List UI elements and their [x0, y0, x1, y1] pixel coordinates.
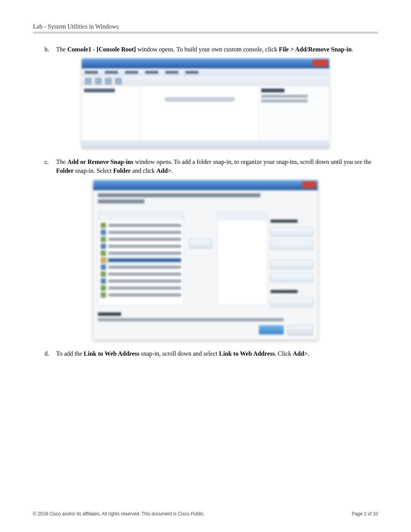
add-button[interactable] — [189, 239, 212, 248]
step-d-body: To add the Link to Web Address snap-in, … — [56, 349, 378, 358]
cancel-button[interactable] — [288, 325, 313, 335]
toolbar-button[interactable] — [95, 78, 102, 85]
step-c-bold3: Folder — [113, 167, 131, 174]
page: Lab - System Utilities in Windows b. The… — [0, 0, 411, 532]
window-titlebar — [82, 58, 329, 68]
console1-window — [82, 58, 329, 148]
list-item[interactable] — [101, 243, 181, 250]
list-item[interactable] — [101, 236, 181, 243]
actions-header — [261, 89, 284, 92]
snapin-icon — [101, 264, 106, 270]
footer-page: Page 2 of 10 — [352, 511, 378, 517]
detail-placeholder-text — [165, 97, 235, 102]
menu-view[interactable] — [125, 71, 138, 74]
folder-icon — [101, 257, 106, 263]
actions-item[interactable] — [261, 99, 308, 102]
snapin-label — [108, 293, 181, 297]
step-d: d. To add the Link to Web Address snap-i… — [45, 349, 378, 358]
step-b-bold2: File > Add/Remove Snap-in — [279, 46, 351, 53]
list-item[interactable] — [101, 285, 181, 292]
toolbar-button[interactable] — [85, 78, 92, 85]
toolbar-button[interactable] — [105, 78, 112, 85]
snapin-icon — [101, 237, 106, 242]
step-b-bold1: Console1 - [Console Root] — [67, 46, 136, 53]
move-down-button[interactable] — [271, 273, 313, 282]
list-rows — [98, 220, 183, 305]
step-b: b. The Console1 - [Console Root] window … — [45, 45, 378, 54]
toolbar-button[interactable] — [115, 78, 122, 85]
dialog-right-buttons — [271, 212, 313, 307]
selected-list-header — [217, 212, 267, 220]
step-d-mid2: . Click — [275, 350, 293, 357]
dialog-center-buttons — [187, 212, 214, 307]
close-icon[interactable] — [302, 181, 316, 188]
available-snapins-list[interactable] — [98, 212, 184, 305]
list-item[interactable] — [101, 271, 181, 278]
step-d-mid1: snap-in, scroll down and select — [139, 350, 219, 357]
list-item[interactable] — [101, 264, 181, 271]
snapin-label — [108, 273, 181, 276]
add-remove-snapins-dialog — [93, 180, 318, 340]
menu-favorites[interactable] — [145, 71, 158, 74]
snapin-icon — [101, 230, 106, 235]
actions-pane — [259, 86, 329, 140]
step-c-bold4: Add> — [156, 167, 171, 174]
snapin-label — [108, 280, 181, 283]
tree-pane[interactable] — [82, 86, 141, 140]
page-footer: © 2018 Cisco and/or its affiliates. All … — [33, 511, 378, 517]
status-bar — [82, 140, 329, 148]
selected-snapins-list[interactable] — [217, 212, 267, 305]
footer-copyright: © 2018 Cisco and/or its affiliates. All … — [33, 511, 205, 517]
dialog-middle — [93, 209, 318, 310]
list-item[interactable] — [101, 229, 181, 236]
remove-button[interactable] — [271, 240, 313, 250]
console-root-node[interactable] — [84, 89, 115, 92]
edit-extensions-label — [271, 220, 298, 223]
snapin-icon — [101, 292, 106, 298]
list-item[interactable] — [101, 292, 181, 298]
advanced-label — [271, 290, 298, 293]
instruction-line — [98, 193, 260, 197]
step-b-letter: b. — [45, 45, 56, 54]
step-d-pre: To add the — [56, 350, 84, 357]
menu-bar[interactable] — [82, 68, 329, 76]
step-b-mid: window opens. To build your own custom c… — [136, 46, 279, 53]
instruction-line — [98, 200, 144, 203]
menu-action[interactable] — [105, 71, 118, 74]
menu-help[interactable] — [185, 71, 199, 74]
ok-button[interactable] — [259, 325, 284, 334]
list-item-folder-selected[interactable] — [101, 257, 181, 264]
snapin-icon — [101, 244, 106, 249]
list-item[interactable] — [101, 278, 181, 285]
description-heading — [98, 312, 121, 316]
snapin-label — [108, 224, 181, 227]
step-b-pre: The — [56, 46, 67, 53]
step-c-mid2: snap-in. Select — [74, 167, 113, 174]
close-icon[interactable] — [312, 60, 328, 66]
step-d-bold3: Add> — [293, 350, 308, 357]
edit-extensions-button[interactable] — [271, 227, 313, 237]
snapin-label — [108, 231, 181, 234]
dialog-footer — [93, 325, 318, 340]
snapin-label — [108, 259, 181, 262]
step-c-bold1: Add or Remove Snap-ins — [67, 159, 134, 165]
step-d-bold1: Link to Web Address — [84, 350, 139, 357]
list-item[interactable] — [101, 222, 181, 229]
snapin-icon — [101, 278, 106, 284]
step-b-body: The Console1 - [Console Root] window ope… — [56, 45, 378, 54]
snapin-label — [108, 266, 181, 269]
toolbar — [82, 76, 329, 86]
menu-window[interactable] — [165, 71, 178, 74]
description-area — [93, 310, 318, 325]
actions-item[interactable] — [261, 95, 308, 98]
move-up-button[interactable] — [271, 260, 313, 269]
menu-file[interactable] — [85, 71, 98, 74]
snapin-icon — [101, 223, 106, 228]
dialog-instruction — [93, 190, 318, 209]
dialog-titlebar — [93, 180, 318, 190]
list-item[interactable] — [101, 250, 181, 257]
advanced-button[interactable] — [271, 298, 313, 307]
step-c-bold2: Folder — [56, 167, 74, 174]
header-rule — [33, 32, 378, 34]
step-d-letter: d. — [45, 349, 56, 358]
